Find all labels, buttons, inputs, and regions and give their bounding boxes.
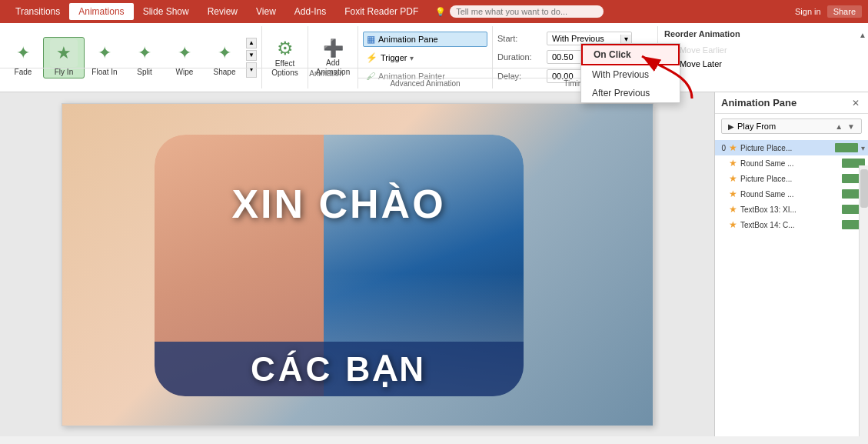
trigger-label: Trigger — [381, 53, 407, 62]
add-animation-group: ➕ AddAnimation — [308, 26, 358, 88]
tab-addins[interactable]: Add-Ins — [285, 3, 335, 20]
add-animation-icon[interactable]: ➕ — [323, 38, 344, 58]
pane-scrollbar[interactable] — [859, 165, 868, 436]
ribbon-tabs: Transitions Animations Slide Show Review… — [0, 0, 868, 23]
anim-star-2: ★ — [729, 173, 737, 184]
floatin-icon: ✦ — [91, 39, 118, 67]
signin-button[interactable]: Sign in — [795, 7, 821, 16]
trigger-icon: ⚡ — [366, 52, 377, 63]
anim-name-2: Picture Place... — [740, 175, 839, 183]
anim-name-5: TextBox 14: C... — [740, 221, 839, 229]
tab-view[interactable]: View — [247, 3, 285, 20]
play-from-button[interactable]: ▶ Play From ▲ ▼ — [721, 119, 862, 134]
anim-name-3: Round Same ... — [740, 190, 839, 199]
ribbon-collapse[interactable]: ▲ — [857, 23, 868, 46]
reorder-title: Reorder Animation — [664, 29, 767, 38]
move-earlier-label: Move Earlier — [680, 45, 727, 55]
animation-pane: Animation Pane ✕ ▶ Play From ▲ ▼ 0 ★ Pic… — [714, 92, 868, 436]
pane-scroll-thumb[interactable] — [860, 169, 868, 208]
anim-list-item-1[interactable]: ★ Round Same ... — [715, 155, 868, 171]
tab-slideshow[interactable]: Slide Show — [134, 3, 198, 20]
tab-animations[interactable]: Animations — [69, 3, 133, 20]
anim-arrow-0[interactable]: ▾ — [861, 144, 865, 152]
anim-name-0: Picture Place... — [740, 144, 832, 152]
duration-label: Duration: — [497, 52, 544, 62]
anim-scroll-down[interactable]: ▼ — [246, 50, 257, 61]
pane-scroll-down[interactable]: ▼ — [847, 122, 855, 131]
anim-star-0: ★ — [729, 142, 737, 153]
flyin-icon: ★ — [50, 39, 78, 67]
slide-text-cac: CÁC BẠN — [155, 342, 524, 396]
search-input[interactable] — [450, 5, 604, 18]
anim-star-4: ★ — [729, 204, 737, 215]
slide[interactable]: XIN CHÀO CÁC BẠN — [62, 103, 653, 426]
split-icon: ✦ — [131, 39, 158, 67]
share-button[interactable]: Share — [827, 5, 862, 18]
anim-star-5: ★ — [729, 219, 737, 230]
animation-pane-header: Animation Pane ✕ — [715, 92, 868, 114]
fade-icon: ✦ — [9, 39, 37, 67]
anim-name-4: TextBox 13: XI... — [740, 205, 839, 214]
effect-options-group: ⚙ EffectOptions — [262, 26, 308, 88]
slide-area: XIN CHÀO CÁC BẠN — [0, 92, 714, 436]
anim-list-item-4[interactable]: ★ TextBox 13: XI... — [715, 202, 868, 217]
play-icon: ▶ — [728, 122, 734, 131]
anim-num-0: 0 — [718, 144, 726, 152]
anim-list-item-5[interactable]: ★ TextBox 14: C... — [715, 217, 868, 232]
animation-group: ✦ Fade ★ Fly In ✦ Float In ✦ Split ✦ W — [0, 26, 262, 88]
animation-list: 0 ★ Picture Place... ▾ ★ Round Same ... … — [715, 139, 868, 436]
wipe-icon: ✦ — [171, 39, 198, 67]
anim-star-1: ★ — [729, 158, 737, 169]
tab-review[interactable]: Review — [198, 3, 247, 20]
move-later-label: Move Later — [680, 59, 722, 68]
start-label: Start: — [497, 34, 544, 43]
tab-transitions[interactable]: Transitions — [6, 3, 69, 20]
anim-list-item-3[interactable]: ★ Round Same ... — [715, 186, 868, 202]
advanced-group-label: Advanced Animation — [358, 78, 492, 88]
slide-card: XIN CHÀO CÁC BẠN — [155, 135, 524, 396]
anim-list-item-2[interactable]: ★ Picture Place... — [715, 171, 868, 186]
shape-icon: ✦ — [211, 39, 238, 67]
anim-name-1: Round Same ... — [740, 159, 839, 168]
advanced-animation-group: ▦ Animation Pane ⚡ Trigger ▾ 🖌 Animation… — [358, 26, 493, 88]
pane-scroll-up[interactable]: ▲ — [835, 122, 843, 131]
animation-pane-close-button[interactable]: ✕ — [850, 98, 862, 108]
animation-pane-title: Animation Pane — [721, 97, 796, 108]
effect-options-icon[interactable]: ⚙ — [277, 38, 294, 59]
animation-pane-label: Animation Pane — [378, 35, 438, 44]
dropdown-afterprevious[interactable]: After Previous — [581, 84, 680, 102]
animation-pane-button[interactable]: ▦ Animation Pane — [363, 32, 487, 47]
play-from-label: Play From — [737, 122, 776, 131]
start-dropdown-menu: On Click With Previous After Previous — [580, 43, 680, 103]
tab-foxit[interactable]: Foxit Reader PDF — [335, 3, 427, 20]
anim-star-3: ★ — [729, 189, 737, 199]
dropdown-onclick[interactable]: On Click — [581, 44, 680, 65]
dropdown-withprevious[interactable]: With Previous — [581, 65, 680, 84]
ribbon-content: ✦ Fade ★ Fly In ✦ Float In ✦ Split ✦ W — [0, 23, 868, 92]
start-dropdown-arrow[interactable]: ▾ — [620, 35, 631, 43]
anim-list-item-0[interactable]: 0 ★ Picture Place... ▾ — [715, 140, 868, 155]
trigger-arrow-icon: ▾ — [410, 54, 414, 62]
animation-pane-icon: ▦ — [367, 34, 375, 45]
trigger-button[interactable]: ⚡ Trigger ▾ — [363, 51, 487, 65]
anim-scroll-up[interactable]: ▲ — [246, 38, 257, 48]
slide-text-xin: XIN CHÀO — [155, 181, 524, 227]
anim-bar-0 — [835, 143, 858, 152]
main-area: XIN CHÀO CÁC BẠN Animation Pane ✕ ▶ Play… — [0, 92, 868, 436]
